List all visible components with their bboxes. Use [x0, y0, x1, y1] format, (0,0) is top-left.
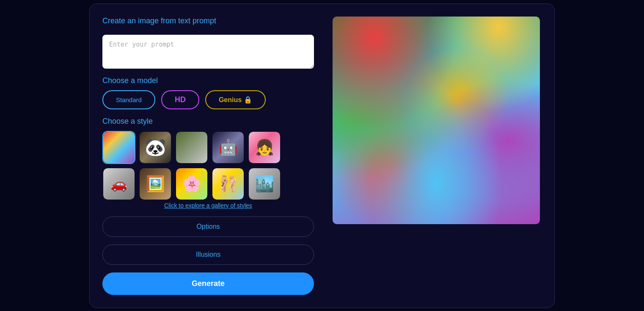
style-tile-ballet[interactable]: 🩰: [212, 167, 245, 200]
style-tile-robot[interactable]: 🤖: [212, 131, 245, 164]
model-buttons-group: Standard HD Genius 🔒: [102, 90, 314, 109]
style-section: Choose a style 🐼 🤖 👧 🚗: [102, 117, 314, 209]
style-tile-flowers[interactable]: 🌸: [175, 167, 208, 200]
model-hd-button[interactable]: HD: [161, 90, 199, 109]
style-tile-portrait[interactable]: 🖼️: [139, 167, 172, 200]
left-panel: Create an image from text prompt Choose …: [102, 17, 314, 295]
prompt-input[interactable]: [102, 35, 314, 69]
gallery-link[interactable]: Click to explore a gallery of styles: [102, 202, 314, 209]
styles-grid: 🐼 🤖 👧 🚗 🖼️ 🌸: [102, 131, 314, 200]
style-tile-city[interactable]: 🏙️: [248, 167, 281, 200]
model-standard-button[interactable]: Standard: [102, 90, 155, 109]
model-genius-button[interactable]: Genius 🔒: [205, 90, 266, 109]
illusions-button[interactable]: Illusions: [102, 244, 314, 265]
model-section-label: Choose a model: [102, 76, 314, 85]
preview-image: [333, 17, 540, 224]
main-container: Create an image from text prompt Choose …: [89, 3, 555, 308]
style-tile-panda[interactable]: 🐼: [139, 131, 172, 164]
style-tile-forest[interactable]: [175, 131, 208, 164]
options-button[interactable]: Options: [102, 217, 314, 237]
generate-button[interactable]: Generate: [102, 272, 314, 295]
style-section-label: Choose a style: [102, 117, 314, 126]
page-title: Create an image from text prompt: [102, 17, 314, 25]
style-tile-anime[interactable]: 👧: [248, 131, 281, 164]
preview-image-inner: [333, 17, 540, 224]
model-section: Choose a model Standard HD Genius 🔒: [102, 76, 314, 109]
right-panel: [331, 17, 542, 295]
style-tile-abstract[interactable]: [102, 131, 135, 164]
style-tile-sketch[interactable]: 🚗: [102, 167, 135, 200]
